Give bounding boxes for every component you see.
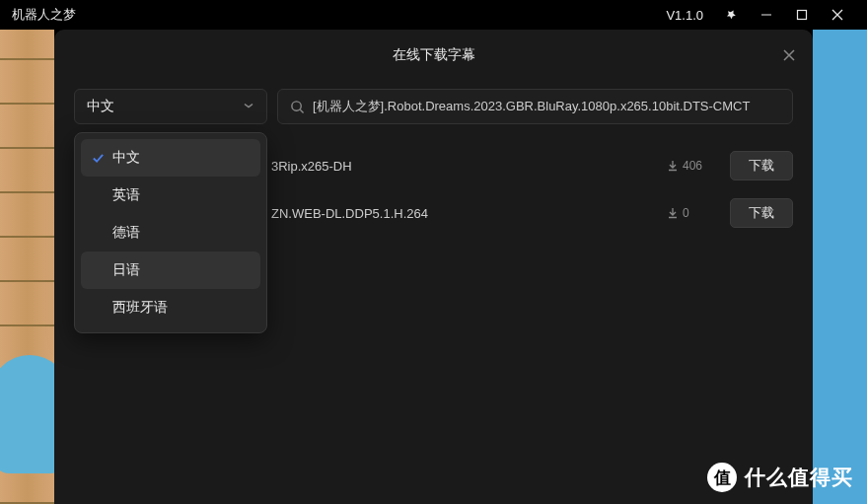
watermark: 值 什么值得买 (707, 463, 853, 492)
close-window-button[interactable] (820, 0, 855, 30)
language-option-label: 西班牙语 (112, 299, 168, 317)
maximize-icon (796, 9, 808, 21)
pin-button[interactable] (713, 0, 749, 30)
svg-rect-0 (761, 15, 771, 16)
close-icon (782, 48, 796, 62)
language-dropdown: 中文英语德语日语西班牙语 (74, 132, 267, 333)
download-button[interactable]: 下载 (730, 198, 793, 228)
backdrop-art-right (813, 30, 867, 504)
svg-rect-1 (798, 11, 807, 20)
pin-icon (725, 9, 737, 21)
download-icon (667, 160, 679, 172)
language-option[interactable]: 西班牙语 (81, 289, 260, 326)
close-icon (831, 9, 843, 21)
language-option-label: 中文 (112, 149, 140, 167)
check-icon (91, 152, 105, 165)
titlebar: 机器人之梦 V1.1.0 (0, 0, 867, 30)
download-count: 406 (667, 159, 718, 173)
download-count: 0 (667, 206, 718, 220)
controls-row: 中文 (54, 81, 813, 138)
modal-title: 在线下载字幕 (393, 46, 475, 64)
language-option[interactable]: 日语 (81, 252, 260, 289)
modal-close-button[interactable] (777, 43, 801, 67)
download-button[interactable]: 下载 (730, 151, 793, 180)
version-label: V1.1.0 (666, 8, 703, 23)
search-box[interactable] (277, 89, 793, 124)
minimize-button[interactable] (749, 0, 784, 30)
maximize-button[interactable] (784, 0, 820, 30)
language-option[interactable]: 中文 (81, 139, 260, 177)
language-option[interactable]: 德语 (81, 214, 260, 252)
language-option-label: 英语 (112, 186, 140, 204)
subtitle-modal: 在线下载字幕 中文 3Rip.x265-DH406下载ZN.WEB-DL.DDP… (54, 30, 813, 504)
search-icon (290, 100, 305, 114)
download-icon (667, 207, 679, 219)
window-title: 机器人之梦 (12, 6, 666, 24)
modal-header: 在线下载字幕 (54, 30, 813, 81)
svg-point-2 (292, 101, 301, 109)
language-select-value: 中文 (87, 98, 114, 115)
watermark-badge: 值 (707, 463, 737, 492)
language-option-label: 德语 (112, 224, 140, 242)
language-option-label: 日语 (112, 261, 140, 279)
language-select[interactable]: 中文 (74, 89, 267, 124)
search-input[interactable] (313, 100, 780, 114)
watermark-text: 什么值得买 (745, 464, 853, 491)
minimize-icon (760, 9, 772, 21)
language-option[interactable]: 英语 (81, 177, 260, 214)
chevron-down-icon (243, 99, 254, 114)
